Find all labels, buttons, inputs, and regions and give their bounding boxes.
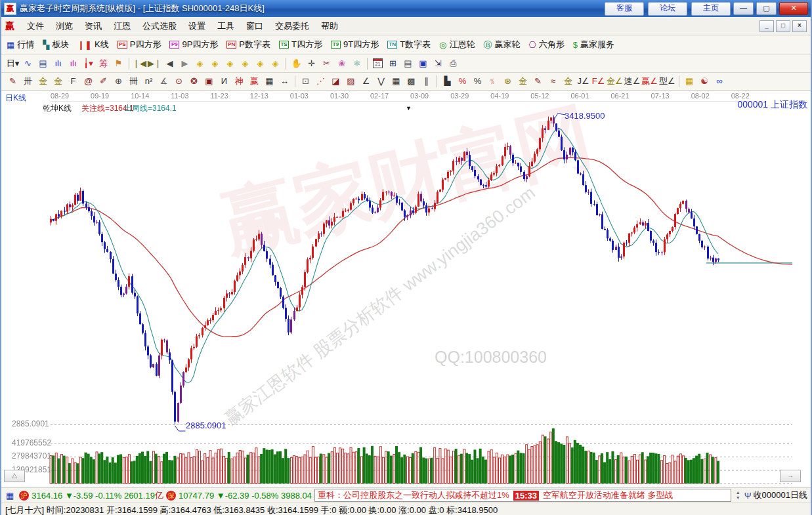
info-doc-icon[interactable]: ▤ <box>36 57 50 70</box>
f-angle-icon[interactable]: F∠ <box>591 75 605 88</box>
gold-angle-icon[interactable]: 金∠ <box>607 75 623 88</box>
type-angle-icon[interactable]: 型∠ <box>659 75 675 88</box>
close-button[interactable]: ✕ <box>779 2 808 15</box>
comb2-icon[interactable]: 卌 <box>127 75 140 88</box>
notepad-icon[interactable]: ▤ <box>401 57 415 70</box>
target-icon[interactable]: ⊙ <box>172 75 186 88</box>
menu-item-工具[interactable]: 工具 <box>211 18 240 34</box>
scroll-marker-icon[interactable]: ▼ <box>406 105 412 112</box>
vv-line-icon[interactable]: ⋁ <box>374 75 388 88</box>
toolbar-item-P数字表[interactable]: PNP数字表 <box>226 39 270 51</box>
boxed-web-icon[interactable]: ▣ <box>202 75 216 88</box>
rect-tool-icon[interactable]: ⊡ <box>299 75 312 88</box>
gann-diamond-1-icon[interactable]: ◈ <box>193 57 207 70</box>
toolbar-item-T四方形[interactable]: TST四方形 <box>279 39 322 51</box>
menu-item-帮助[interactable]: 帮助 <box>315 18 344 34</box>
mdi-minimize-button[interactable]: _ <box>759 20 774 32</box>
first-icon[interactable]: ❘◀ <box>133 57 146 70</box>
gann-diamond-6-icon[interactable]: ◈ <box>268 57 282 70</box>
chips-icon[interactable]: 筹 <box>96 57 110 70</box>
shen-grid-icon[interactable]: 神 <box>232 75 246 88</box>
ruler-grid-icon[interactable]: ▦ <box>263 75 276 88</box>
mdi-restore-button[interactable]: □ <box>776 20 790 32</box>
percent-line-icon[interactable]: ﹪ <box>486 75 500 88</box>
toolbar-item-赢家服务[interactable]: $赢家服务 <box>573 39 614 51</box>
status-grid-icon[interactable]: ▦ <box>6 491 14 501</box>
hspan-icon[interactable]: ↔ <box>278 75 291 88</box>
grid-b-icon[interactable]: ▩ <box>404 75 418 88</box>
menu-item-窗口[interactable]: 窗口 <box>240 18 269 34</box>
mdi-close-button[interactable]: × <box>792 20 807 32</box>
last-icon[interactable]: ▶❘ <box>148 57 161 70</box>
pencil-icon[interactable]: ✎ <box>6 75 20 88</box>
news-ticker[interactable]: 重科：公司控股股东之一致行动人拟减持不超过1% 15:33 空军航空开放活动准备… <box>314 489 731 502</box>
print-icon[interactable]: ⎙ <box>446 57 460 70</box>
bars3-icon[interactable]: ılı <box>51 57 65 70</box>
expand-right-button[interactable]: → <box>780 470 801 482</box>
period-day-dropdown[interactable]: 日▾ <box>6 57 20 70</box>
yellow-grid-icon[interactable]: ▦ <box>683 75 696 88</box>
toolbar-item-T数字表[interactable]: TNT数字表 <box>387 39 431 51</box>
spiral-icon[interactable]: @ <box>81 75 95 88</box>
bars9-icon[interactable]: ılı <box>66 57 80 70</box>
seal-tool-icon[interactable]: ❀ <box>335 57 349 70</box>
hatch-box-icon[interactable]: ▨ <box>344 75 358 88</box>
toolbar-item-江恩轮[interactable]: ◎江恩轮 <box>439 39 475 51</box>
gann-diamond-2-icon[interactable]: ◈ <box>208 57 222 70</box>
gold-line-icon[interactable]: 金 <box>516 75 530 88</box>
next-icon[interactable]: ▶ <box>178 57 192 70</box>
toolbar-item-赢家轮[interactable]: Ⓑ赢家轮 <box>483 39 520 51</box>
forum-button[interactable]: 论坛 <box>648 2 687 16</box>
ticker-news-1[interactable]: 重科：公司控股股东之一致行动人拟减持不超过1% <box>318 489 509 501</box>
gann-diamond-3-icon[interactable]: ◈ <box>223 57 237 70</box>
pen-candle-icon[interactable]: ✎ <box>531 75 545 88</box>
toolbar-item-行情[interactable]: ▦行情 <box>7 39 34 51</box>
gann-diamond-4-icon[interactable]: ◈ <box>238 57 252 70</box>
menu-item-设置[interactable]: 设置 <box>182 18 211 34</box>
hand-drag-icon[interactable]: ✋ <box>289 57 303 70</box>
save-icon[interactable]: ▣ <box>416 57 430 70</box>
candle-style-dropdown[interactable]: ╽▾ <box>81 57 95 70</box>
ying-angle-icon[interactable]: 赢∠ <box>641 75 658 88</box>
grid-a-icon[interactable]: ▦ <box>389 75 403 88</box>
minimize-button[interactable]: — <box>733 2 754 15</box>
crosshair-icon[interactable]: ✛ <box>305 57 318 70</box>
menu-item-交易委托[interactable]: 交易委托 <box>269 18 315 34</box>
pct-triangle-icon[interactable]: % <box>456 75 469 88</box>
toolbar-item-P四方形[interactable]: PSP四方形 <box>118 39 161 51</box>
yinyang-icon[interactable]: ☯ <box>698 75 712 88</box>
toolbar-item-板块[interactable]: ▚板块 <box>43 39 69 51</box>
brush-icon[interactable]: ✐ <box>96 75 110 88</box>
kline-chart-canvas[interactable] <box>1 91 812 487</box>
gold-grid2-icon[interactable]: 金 <box>51 75 65 88</box>
angle-line-icon[interactable]: ∠ <box>359 75 373 88</box>
ticker-scroll-arrows[interactable]: ▲▼ <box>736 490 740 501</box>
infinity-icon[interactable]: ∞ <box>713 75 727 88</box>
menu-item-浏览[interactable]: 浏览 <box>50 18 79 34</box>
homepage-button[interactable]: 主页 <box>691 2 731 16</box>
f-grid-icon[interactable]: F <box>66 75 80 88</box>
menu-item-公式选股[interactable]: 公式选股 <box>137 18 182 34</box>
prev-icon[interactable]: ◀ <box>163 57 177 70</box>
color-flag-icon[interactable]: ⚑ <box>112 57 125 70</box>
gold-line2-icon[interactable]: 金 <box>561 75 575 88</box>
clock-circle-icon[interactable]: ⊕ <box>112 75 125 88</box>
fractal-k-icon[interactable]: И <box>217 75 231 88</box>
gold-grid-icon[interactable]: 金 <box>36 75 50 88</box>
toolbar-item-K线[interactable]: ❙❚K线 <box>77 39 108 51</box>
fan-lines-icon[interactable]: ⋰ <box>314 75 328 88</box>
toolbar-item-六角形[interactable]: ⎔六角形 <box>528 39 564 51</box>
j-angle-icon[interactable]: J∠ <box>576 75 590 88</box>
ying-grid-icon[interactable]: 赢 <box>247 75 261 88</box>
parallel-icon[interactable]: ∥ <box>419 75 433 88</box>
ticker-news-2[interactable]: 空军航空开放活动准备就绪 多型战 <box>543 489 673 501</box>
gann-diamond-5-icon[interactable]: ◈ <box>253 57 267 70</box>
hist-ratio-icon[interactable]: ▙ <box>440 75 454 88</box>
speed-angle-icon[interactable]: 速∠ <box>624 75 641 88</box>
menu-item-文件[interactable]: 文件 <box>21 18 50 34</box>
maximize-button[interactable]: ▢ <box>756 2 777 15</box>
wave-window-icon[interactable]: ∿ <box>21 57 35 70</box>
angle-mirror-icon[interactable]: ∡ <box>157 75 171 88</box>
scissors-icon[interactable]: ✂ <box>320 57 333 70</box>
menu-item-资讯[interactable]: 资讯 <box>79 18 108 34</box>
